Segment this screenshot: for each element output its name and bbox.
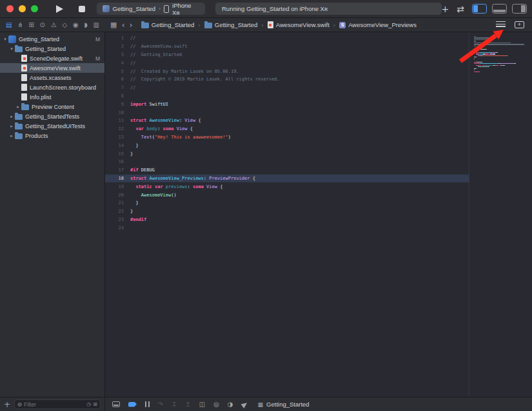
- sidebar-item[interactable]: ▾Getting_Started: [0, 44, 104, 53]
- code-line[interactable]: 11struct AwesomeView: View {: [105, 117, 469, 125]
- code-line[interactable]: 19 static var previews: some View {: [105, 182, 469, 191]
- line-number[interactable]: 13: [105, 135, 130, 140]
- forward-button[interactable]: ›: [130, 21, 133, 29]
- code-line[interactable]: 2// AwesomeView.swift: [105, 43, 469, 51]
- disclosure-triangle[interactable]: ▸: [8, 114, 15, 119]
- close-button[interactable]: [6, 5, 14, 12]
- code-line[interactable]: 15}: [105, 149, 469, 158]
- breakpoint-navigator-button[interactable]: ◗: [84, 22, 87, 28]
- run-button[interactable]: [44, 5, 63, 13]
- code-area[interactable]: 1//2// AwesomeView.swift3// Getting_Star…: [105, 32, 469, 397]
- debug-process[interactable]: ▦ Getting_Started: [258, 401, 310, 408]
- breadcrumb-item[interactable]: SAwesomeView_Previews: [339, 21, 417, 28]
- code-line[interactable]: 13 Text("Hey! This is aawweesomee!"): [105, 133, 469, 142]
- line-number[interactable]: 4: [105, 61, 130, 66]
- disclosure-triangle[interactable]: ▾: [8, 46, 15, 52]
- adjust-editor-options-button[interactable]: [496, 21, 506, 28]
- add-file-button[interactable]: +: [4, 400, 10, 409]
- library-button[interactable]: +: [442, 4, 449, 14]
- code-line[interactable]: 5// Created by Martin Lasek on 05.06.19.: [105, 67, 469, 75]
- line-number[interactable]: 11: [105, 118, 130, 123]
- step-over-button[interactable]: ↷: [158, 401, 163, 408]
- debug-memory-graph-button[interactable]: ◎: [213, 401, 219, 408]
- disclosure-triangle[interactable]: ▸: [8, 133, 15, 139]
- step-into-button[interactable]: ↧: [172, 401, 177, 408]
- code-line[interactable]: 21 }: [105, 199, 469, 207]
- code-line[interactable]: 3// Getting_Started: [105, 51, 469, 59]
- find-navigator-button[interactable]: ⊙: [40, 22, 45, 28]
- disclosure-triangle[interactable]: ▸: [8, 124, 15, 129]
- line-number[interactable]: 1: [105, 35, 130, 41]
- code-line[interactable]: 9import SwiftUI: [105, 100, 469, 108]
- code-line[interactable]: 17#if DEBUG: [105, 166, 469, 175]
- line-number[interactable]: 23: [105, 217, 130, 222]
- project-navigator-button[interactable]: ▤: [6, 22, 12, 28]
- code-review-button[interactable]: ⇄: [457, 4, 464, 14]
- toggle-navigator-button[interactable]: [472, 4, 487, 14]
- sidebar-item[interactable]: ▾Getting_StartedM: [0, 34, 104, 44]
- scheme-selector[interactable]: Getting_Started › iPhone Xʀ: [97, 3, 205, 15]
- line-number[interactable]: 16: [105, 159, 130, 164]
- line-number[interactable]: 22: [105, 209, 130, 214]
- line-number[interactable]: 7: [105, 85, 130, 90]
- line-number[interactable]: 21: [105, 200, 130, 206]
- sidebar-item[interactable]: SceneDelegate.swiftM: [0, 53, 104, 63]
- line-number[interactable]: 14: [105, 143, 130, 148]
- report-navigator-button[interactable]: ▥: [93, 22, 99, 28]
- line-number[interactable]: 20: [105, 193, 130, 198]
- sidebar-item[interactable]: Info.plist: [0, 92, 104, 102]
- debug-navigator-button[interactable]: ◉: [73, 22, 79, 28]
- step-out-button[interactable]: ↥: [185, 401, 190, 408]
- code-line[interactable]: 24: [105, 224, 469, 232]
- breakpoints-toggle-button[interactable]: [128, 402, 137, 407]
- breadcrumb-item[interactable]: Getting_Started: [204, 21, 258, 28]
- back-button[interactable]: ‹: [121, 21, 124, 29]
- hide-debug-area-button[interactable]: [112, 401, 120, 407]
- line-number[interactable]: 9: [105, 102, 130, 107]
- add-editor-button[interactable]: +: [515, 21, 524, 28]
- test-navigator-button[interactable]: ◇: [62, 22, 67, 28]
- source-control-filter-icon[interactable]: ⊞: [93, 402, 97, 407]
- minimize-button[interactable]: [19, 5, 26, 12]
- code-line[interactable]: 8: [105, 92, 469, 100]
- code-line[interactable]: 10: [105, 108, 469, 117]
- pause-button[interactable]: [145, 401, 150, 407]
- sidebar-item[interactable]: ▸Preview Content: [0, 102, 104, 111]
- environment-overrides-button[interactable]: ◑: [228, 401, 233, 408]
- line-number[interactable]: 8: [105, 93, 130, 99]
- simulate-location-button[interactable]: [242, 402, 248, 407]
- disclosure-triangle[interactable]: ▸: [15, 104, 21, 110]
- code-line[interactable]: 12 var body: some View {: [105, 125, 469, 133]
- source-control-navigator-button[interactable]: ⋔: [17, 22, 23, 28]
- line-number[interactable]: 10: [105, 110, 130, 115]
- activity-viewer[interactable]: Running Getting_Started on iPhone Xʀ: [215, 3, 442, 15]
- toggle-debug-area-button[interactable]: [492, 4, 507, 14]
- line-number[interactable]: 12: [105, 126, 130, 131]
- toggle-inspectors-button[interactable]: [512, 4, 527, 14]
- line-number[interactable]: 3: [105, 52, 130, 57]
- breadcrumb-item[interactable]: Getting_Started: [141, 21, 195, 28]
- code-line[interactable]: 6// Copyright © 2019 Martin Lasek. All r…: [105, 75, 469, 84]
- code-line[interactable]: 4//: [105, 59, 469, 67]
- code-line[interactable]: 14 }: [105, 141, 469, 149]
- issue-navigator-button[interactable]: ⚠: [51, 22, 57, 28]
- line-number[interactable]: 24: [105, 225, 130, 231]
- line-number[interactable]: 18: [105, 176, 130, 181]
- disclosure-triangle[interactable]: ▾: [2, 37, 8, 42]
- line-number[interactable]: 2: [105, 44, 130, 49]
- line-number[interactable]: 17: [105, 167, 130, 173]
- minimap[interactable]: [469, 32, 532, 397]
- sidebar-item[interactable]: AwesomeView.swift: [0, 63, 104, 73]
- sidebar-item[interactable]: Assets.xcassets: [0, 73, 104, 82]
- line-number[interactable]: 6: [105, 77, 130, 82]
- code-line[interactable]: 18struct AwesomeView_Previews: PreviewPr…: [105, 175, 469, 183]
- code-line[interactable]: 23#endif: [105, 216, 469, 224]
- zoom-button[interactable]: [31, 5, 38, 12]
- code-line[interactable]: 1//: [105, 34, 469, 43]
- code-line[interactable]: 16: [105, 158, 469, 166]
- sidebar-item[interactable]: ▸Products: [0, 131, 104, 140]
- code-line[interactable]: 20 AwesomeView(): [105, 191, 469, 199]
- sidebar-item[interactable]: ▸Getting_StartedUITests: [0, 121, 104, 131]
- line-number[interactable]: 19: [105, 184, 130, 189]
- sidebar-item[interactable]: LaunchScreen.storyboard: [0, 82, 104, 92]
